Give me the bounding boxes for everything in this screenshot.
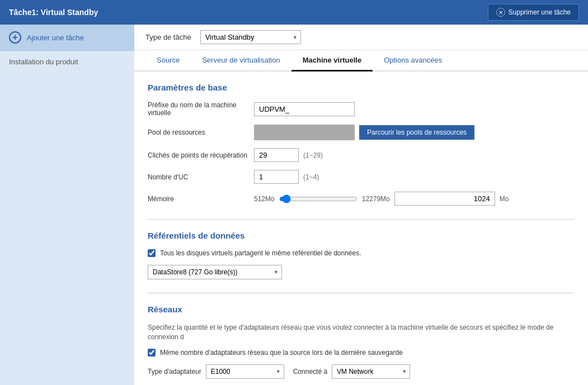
browse-pools-button[interactable]: Parcourir les pools de ressources: [359, 125, 474, 140]
memory-slider[interactable]: [279, 194, 357, 203]
datastore-select-wrapper[interactable]: DataStore8 (727 Go libre(s))DataStore1Da…: [148, 265, 282, 279]
cpu-row: Nombre d'UC (1~4): [148, 170, 575, 184]
same-datastore-label: Tous les disques virtuels partagent le m…: [160, 249, 361, 257]
tab-source[interactable]: Source: [145, 50, 191, 72]
delete-task-label: Supprimer une tâche: [509, 8, 571, 16]
close-icon: ✕: [496, 8, 505, 17]
snapshots-input[interactable]: [254, 148, 299, 162]
memory-min-label: 512Mo: [254, 195, 275, 203]
vm-prefix-label: Préfixe du nom de la machine virtuelle: [148, 101, 254, 117]
adapter-type-select-wrapper[interactable]: E1000VMXNET3: [206, 364, 284, 379]
networks-section: Réseaux Spécifiez la quantité et le type…: [148, 305, 575, 385]
datastore-select[interactable]: DataStore8 (727 Go libre(s))DataStore1Da…: [148, 265, 282, 279]
add-icon: +: [9, 31, 21, 44]
type-bar: Type de tâche Virtual Standby: [134, 25, 588, 50]
snapshots-row: Clichés de points de récupération (1~29): [148, 148, 575, 162]
same-adapter-label: Même nombre d'adaptateurs réseau que la …: [160, 349, 403, 357]
content-area: Type de tâche Virtual Standby Source Ser…: [134, 25, 588, 385]
memory-input[interactable]: [394, 192, 495, 206]
form-content: Paramètres de base Préfixe du nom de la …: [134, 72, 588, 385]
cpu-label: Nombre d'UC: [148, 173, 254, 181]
connected-to-label: Connecté à: [293, 368, 327, 376]
networks-title: Réseaux: [148, 305, 575, 314]
task-type-select[interactable]: Virtual Standby: [200, 30, 301, 44]
install-label: Installation du produit: [9, 58, 78, 66]
networks-description: Spécifiez la quantité et le type d'adapt…: [148, 323, 575, 342]
sidebar-item-install[interactable]: Installation du produit: [0, 51, 134, 73]
task-type-select-wrapper[interactable]: Virtual Standby: [200, 30, 301, 44]
datastores-checkbox-row: Tous les disques virtuels partagent le m…: [148, 249, 575, 257]
cpu-hint: (1~4): [303, 173, 319, 181]
tab-options-avancees[interactable]: Options avancées: [373, 50, 453, 72]
same-datastore-checkbox[interactable]: [148, 249, 156, 257]
same-adapter-checkbox[interactable]: [148, 349, 156, 357]
cpu-input[interactable]: [254, 170, 299, 184]
vm-prefix-row: Préfixe du nom de la machine virtuelle: [148, 101, 575, 117]
adapter-type-label: Type d'adaptateur: [148, 368, 201, 376]
vm-prefix-input[interactable]: [254, 102, 355, 116]
type-label: Type de tâche: [145, 33, 191, 41]
resource-pool-label: Pool de ressources: [148, 129, 254, 136]
sidebar: + Ajouter une tâche Installation du prod…: [0, 25, 134, 385]
add-task-label: Ajouter une tâche: [27, 34, 84, 42]
snapshots-label: Clichés de points de récupération: [148, 151, 254, 159]
network-select[interactable]: VM NetworkNetwork1: [332, 364, 410, 379]
basic-params-title: Paramètres de base: [148, 83, 575, 92]
memory-label: Mémoire: [148, 195, 254, 203]
network-adapter-row: Type d'adaptateur E1000VMXNET3 Connecté …: [148, 364, 575, 379]
page-title: Tâche1: Virtual Standby: [9, 8, 98, 17]
tabs: Source Serveur de virtualisation Machine…: [134, 50, 588, 72]
same-adapter-checkbox-row: Même nombre d'adaptateurs réseau que la …: [148, 349, 575, 357]
memory-unit: Mo: [500, 195, 509, 203]
tab-machine-virtuelle[interactable]: Machine virtuelle: [291, 50, 373, 72]
tab-serveur[interactable]: Serveur de virtualisation: [191, 50, 291, 72]
adapter-type-select[interactable]: E1000VMXNET3: [206, 364, 284, 379]
memory-max-label: 12279Mo: [362, 195, 390, 203]
memory-row: Mémoire 512Mo 12279Mo Mo: [148, 192, 575, 206]
basic-params-section: Paramètres de base Préfixe du nom de la …: [148, 83, 575, 206]
delete-task-button[interactable]: ✕ Supprimer une tâche: [488, 4, 579, 21]
add-task-button[interactable]: + Ajouter une tâche: [0, 25, 134, 51]
resource-pool-row: Pool de ressources Parcourir les pools d…: [148, 125, 575, 140]
resource-pool-input[interactable]: [254, 125, 355, 140]
network-select-wrapper[interactable]: VM NetworkNetwork1: [332, 364, 410, 379]
snapshots-hint: (1~29): [303, 151, 323, 159]
datastores-title: Référentiels de données: [148, 231, 575, 240]
datastores-section: Référentiels de données Tous les disques…: [148, 231, 575, 279]
